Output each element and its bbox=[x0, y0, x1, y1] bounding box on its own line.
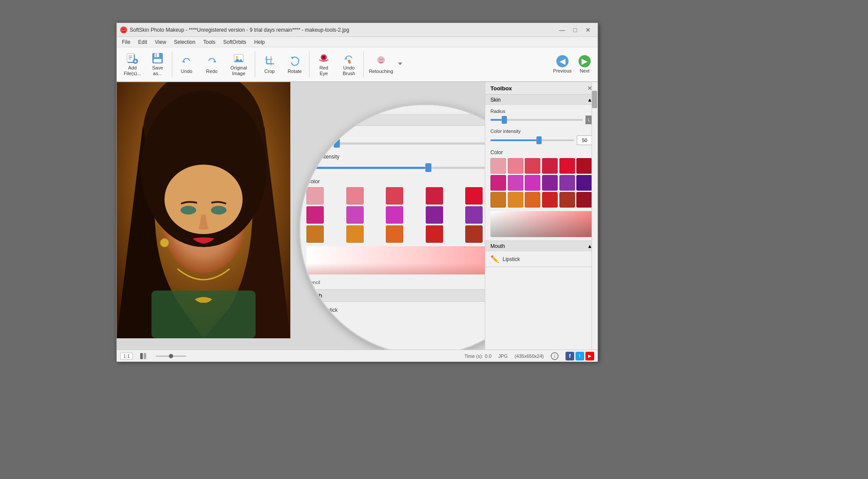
intensity-label: Color intensity bbox=[490, 129, 592, 134]
retouching-button[interactable]: Retouching bbox=[366, 50, 396, 78]
radius-slider[interactable] bbox=[490, 119, 583, 121]
minimize-button[interactable]: — bbox=[556, 25, 568, 35]
swatch-2[interactable] bbox=[525, 158, 540, 174]
swatch-15[interactable] bbox=[542, 192, 558, 208]
swatch-3[interactable] bbox=[542, 158, 558, 174]
swatch-14[interactable] bbox=[525, 192, 540, 208]
toolbox-title: Toolbox bbox=[490, 85, 512, 92]
svg-rect-10 bbox=[156, 53, 157, 56]
undo-brush-label: UndoBrush bbox=[343, 65, 355, 76]
swatch-0[interactable] bbox=[490, 158, 506, 174]
menu-view[interactable]: View bbox=[151, 38, 170, 46]
zoom-control[interactable]: 1:1 bbox=[120, 353, 133, 360]
intensity-slider-fill bbox=[306, 167, 425, 169]
color-picker-overlay bbox=[490, 211, 592, 237]
menu-file[interactable]: File bbox=[118, 38, 134, 46]
swatch-11[interactable] bbox=[576, 175, 592, 191]
intensity-value[interactable]: 50 bbox=[577, 135, 592, 145]
add-files-button[interactable]: AddFile(s)... bbox=[120, 50, 145, 78]
view-toggle[interactable] bbox=[140, 353, 147, 360]
menu-softorbits[interactable]: SoftOrbits bbox=[220, 38, 250, 46]
intensity-slider-row: 50 bbox=[306, 162, 485, 173]
menu-tools[interactable]: Tools bbox=[200, 38, 219, 46]
previous-button[interactable]: ◀ Previous bbox=[550, 53, 574, 75]
color-section-label-zoomed: Color bbox=[300, 177, 485, 187]
color-swatch-8[interactable] bbox=[386, 206, 403, 224]
swatch-8[interactable] bbox=[525, 175, 540, 191]
swatch-4[interactable] bbox=[559, 158, 575, 174]
save-as-button[interactable]: Saveas... bbox=[145, 50, 170, 78]
youtube-icon[interactable]: ▶ bbox=[585, 352, 594, 360]
swatch-16[interactable] bbox=[559, 192, 575, 208]
color-swatch-10[interactable] bbox=[465, 206, 483, 224]
radius-row: Radius L bbox=[490, 109, 592, 124]
color-swatch-7[interactable] bbox=[346, 206, 364, 224]
next-button[interactable]: ▶ Next bbox=[576, 53, 593, 75]
maximize-button[interactable]: □ bbox=[569, 25, 581, 35]
save-icon bbox=[151, 52, 164, 64]
toolbox-header: Toolbox ✕ bbox=[485, 82, 598, 95]
rotate-button[interactable]: Rotate bbox=[283, 50, 307, 78]
swatch-10[interactable] bbox=[559, 175, 575, 191]
radius-slider-track[interactable] bbox=[306, 142, 485, 145]
intensity-slider[interactable] bbox=[490, 139, 574, 141]
radius-slider-container: L bbox=[490, 116, 592, 124]
radius-slider-thumb[interactable] bbox=[334, 139, 340, 148]
scrollbar-thumb[interactable] bbox=[592, 91, 597, 108]
svg-point-37 bbox=[181, 206, 196, 215]
color-section-label: Color bbox=[490, 149, 592, 155]
color-swatch-3[interactable] bbox=[426, 187, 443, 205]
redo-button[interactable]: Redo bbox=[200, 50, 224, 78]
lipstick-icon-zoomed: ✏️ bbox=[306, 305, 316, 315]
toolbar-more[interactable] bbox=[397, 61, 403, 68]
radius-thumb[interactable] bbox=[502, 116, 507, 124]
facebook-icon[interactable]: f bbox=[566, 352, 574, 360]
color-swatch-6[interactable] bbox=[306, 206, 324, 224]
menu-selection[interactable]: Selection bbox=[171, 38, 199, 46]
swatch-17[interactable] bbox=[576, 192, 592, 208]
swatch-13[interactable] bbox=[508, 192, 523, 208]
color-picker-gradient[interactable] bbox=[306, 246, 485, 274]
color-swatch-0[interactable] bbox=[306, 187, 324, 205]
swatch-9[interactable] bbox=[542, 175, 558, 191]
swatch-5[interactable] bbox=[576, 158, 592, 174]
color-swatch-16[interactable] bbox=[465, 225, 483, 243]
undo-button[interactable]: Undo bbox=[174, 50, 199, 78]
skin-section-header[interactable]: Skin ▲ bbox=[485, 95, 598, 105]
intensity-thumb[interactable] bbox=[536, 136, 542, 144]
undobrush-icon bbox=[342, 52, 356, 64]
intensity-slider-thumb[interactable] bbox=[425, 163, 431, 172]
title-bar-left: 💄 SoftSkin Photo Makeup - ****Unregister… bbox=[120, 26, 349, 33]
undo-brush-button[interactable]: UndoBrush bbox=[337, 50, 361, 78]
vertical-scrollbar[interactable] bbox=[592, 82, 598, 350]
swatch-12[interactable] bbox=[490, 192, 506, 208]
menu-edit[interactable]: Edit bbox=[135, 38, 151, 46]
crop-button[interactable]: Crop bbox=[257, 50, 282, 78]
toolbar: AddFile(s)... Saveas... bbox=[117, 47, 598, 82]
intensity-fill bbox=[490, 139, 536, 141]
original-image-button[interactable]: OriginalImage bbox=[225, 50, 253, 78]
color-swatch-13[interactable] bbox=[346, 225, 364, 243]
color-swatch-15[interactable] bbox=[426, 225, 443, 243]
close-button[interactable]: ✕ bbox=[582, 25, 594, 35]
color-swatch-1[interactable] bbox=[346, 187, 364, 205]
twitter-icon[interactable]: t bbox=[575, 352, 584, 360]
undo-icon bbox=[180, 54, 194, 68]
mouth-section-header[interactable]: Mouth ▲ bbox=[485, 241, 598, 251]
swatch-6[interactable] bbox=[490, 175, 506, 191]
zoom-slider-area[interactable] bbox=[154, 353, 188, 359]
menu-help[interactable]: Help bbox=[251, 38, 269, 46]
color-swatch-2[interactable] bbox=[386, 187, 403, 205]
color-picker[interactable] bbox=[490, 211, 592, 237]
swatch-7[interactable] bbox=[508, 175, 523, 191]
swatch-1[interactable] bbox=[508, 158, 523, 174]
color-swatch-9[interactable] bbox=[426, 206, 443, 224]
color-swatch-12[interactable] bbox=[306, 225, 324, 243]
previous-label: Previous bbox=[553, 68, 572, 73]
info-button[interactable]: i bbox=[551, 352, 559, 360]
image-area[interactable]: Skin ▲ Radius L bbox=[117, 82, 485, 350]
color-swatch-4[interactable] bbox=[465, 187, 483, 205]
intensity-slider-track[interactable] bbox=[306, 167, 485, 169]
color-swatch-14[interactable] bbox=[386, 225, 403, 243]
red-eye-button[interactable]: RedEye bbox=[312, 50, 336, 78]
